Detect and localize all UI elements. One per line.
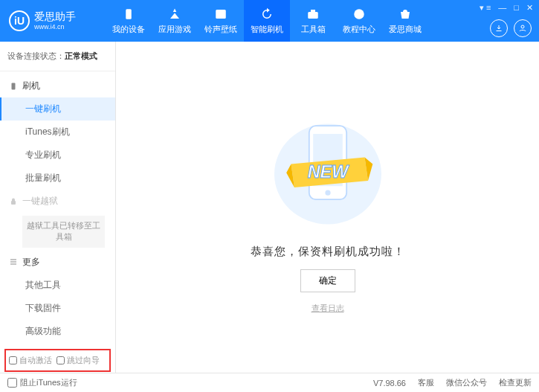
footer-update[interactable]: 检查更新 (499, 377, 532, 388)
svg-rect-7 (11, 201, 16, 205)
sidebar-item-oneclick[interactable]: 一键刷机 (0, 97, 115, 121)
nav-store[interactable]: 爱思商城 (382, 0, 428, 42)
close-icon[interactable]: ✕ (525, 1, 535, 14)
app-url: www.i4.cn (34, 23, 76, 30)
svg-rect-1 (216, 10, 226, 19)
sidebar-item-advanced[interactable]: 高级功能 (0, 320, 115, 343)
app-name: 爱思助手 (34, 11, 76, 22)
success-message: 恭喜您，保资料刷机成功啦！ (251, 245, 405, 259)
phone-icon (9, 82, 18, 91)
sidebar-item-pro[interactable]: 专业刷机 (0, 144, 115, 167)
connection-status: 设备连接状态：正常模式 (0, 48, 115, 68)
footer-wechat[interactable]: 微信公众号 (446, 377, 487, 388)
maximize-icon[interactable]: □ (512, 1, 520, 14)
device-icon (121, 7, 136, 22)
nav-label: 爱思商城 (389, 24, 422, 35)
nav-my-device[interactable]: 我的设备 (106, 0, 152, 42)
user-button[interactable] (514, 19, 532, 37)
download-button[interactable] (490, 19, 508, 37)
view-log-link[interactable]: 查看日志 (312, 303, 344, 314)
header-actions (490, 19, 532, 37)
nav-apps[interactable]: 应用游戏 (152, 0, 198, 42)
nav-label: 应用游戏 (158, 24, 191, 35)
nav-label: 铃声壁纸 (204, 24, 237, 35)
block-itunes-checkbox[interactable]: 阻止iTunes运行 (7, 377, 77, 388)
sidebar-item-batch[interactable]: 批量刷机 (0, 167, 115, 190)
sidebar-item-other[interactable]: 其他工具 (0, 274, 115, 297)
group-label: 一键越狱 (22, 195, 58, 208)
svg-rect-2 (308, 12, 318, 19)
group-jailbreak: 一键越狱 (0, 190, 115, 213)
refresh-icon (259, 7, 274, 22)
group-more[interactable]: 更多 (0, 251, 115, 274)
sidebar: 设备连接状态：正常模式 刷机 一键刷机 iTunes刷机 专业刷机 批量刷机 一… (0, 42, 116, 373)
svg-point-12 (325, 190, 330, 196)
store-icon (398, 7, 413, 22)
nav-flash[interactable]: 智能刷机 (244, 0, 290, 42)
nav-label: 我的设备 (112, 24, 145, 35)
success-illustration: NEW (261, 100, 395, 234)
svg-rect-3 (311, 10, 315, 12)
auto-activate-checkbox[interactable]: 自动激活 (9, 355, 52, 366)
app-logo: iU 爱思助手 www.i4.cn (9, 10, 106, 31)
sidebar-item-firmware[interactable]: 下载固件 (0, 297, 115, 320)
footer: 阻止iTunes运行 V7.98.66 客服 微信公众号 检查更新 (0, 373, 539, 392)
footer-support[interactable]: 客服 (418, 377, 434, 388)
nav-tools[interactable]: 工具箱 (290, 0, 336, 42)
new-badge-text: NEW (307, 162, 349, 181)
svg-point-4 (354, 9, 364, 19)
lock-icon (9, 197, 18, 206)
menu-icon[interactable]: ▾ ≡ (478, 1, 492, 14)
apps-icon (167, 7, 182, 22)
svg-rect-6 (12, 83, 16, 89)
nav-ringtones[interactable]: 铃声壁纸 (198, 0, 244, 42)
image-icon (213, 7, 228, 22)
svg-point-5 (521, 25, 524, 28)
logo-icon: iU (9, 10, 30, 31)
jailbreak-note: 越狱工具已转移至工具箱 (22, 216, 105, 248)
skip-guide-checkbox[interactable]: 跳过向导 (57, 355, 100, 366)
list-icon (9, 257, 18, 266)
toolbox-icon (306, 7, 320, 22)
nav-label: 教程中心 (343, 24, 375, 35)
options-box: 自动激活 跳过向导 (4, 349, 111, 372)
group-flash[interactable]: 刷机 (0, 74, 115, 97)
top-nav: 我的设备 应用游戏 铃声壁纸 智能刷机 工具箱 教程中心 爱思商城 (106, 0, 428, 42)
nav-tutorials[interactable]: 教程中心 (336, 0, 382, 42)
nav-label: 智能刷机 (251, 24, 283, 35)
group-label: 更多 (22, 256, 40, 269)
help-icon (352, 7, 367, 22)
main-content: NEW 恭喜您，保资料刷机成功啦！ 确定 查看日志 (116, 42, 539, 373)
sidebar-item-itunes[interactable]: iTunes刷机 (0, 121, 115, 144)
minimize-icon[interactable]: — (497, 1, 508, 14)
version-label: V7.98.66 (373, 379, 406, 388)
window-controls: ▾ ≡ — □ ✕ (478, 1, 535, 14)
svg-rect-0 (126, 9, 132, 19)
group-label: 刷机 (22, 80, 40, 92)
nav-label: 工具箱 (301, 24, 326, 35)
app-header: iU 爱思助手 www.i4.cn 我的设备 应用游戏 铃声壁纸 智能刷机 工具… (0, 0, 539, 42)
ok-button[interactable]: 确定 (300, 269, 355, 292)
